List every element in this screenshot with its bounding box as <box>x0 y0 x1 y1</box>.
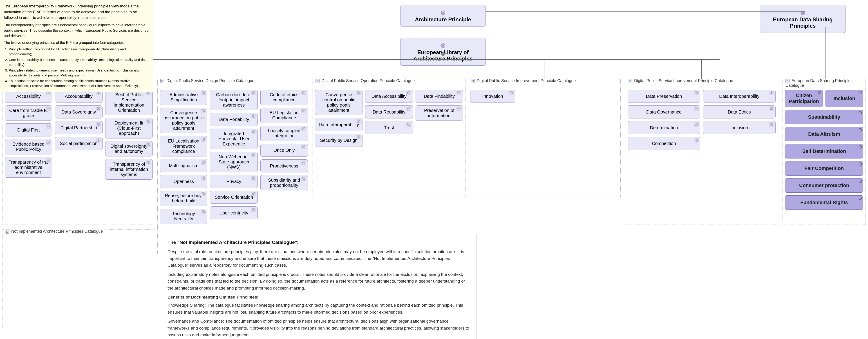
card-technology-neutrality[interactable]: ⓘ Technology Neutrality <box>160 209 207 224</box>
care-icon: ⓘ <box>45 106 51 111</box>
card-care-cradle[interactable]: ⓘ Care from cradle to grave <box>5 105 52 121</box>
card-fundamental-rights[interactable]: ⓘ Fundamental Rights <box>785 195 863 210</box>
card-digital-first[interactable]: ⓘ Digital First <box>5 123 52 136</box>
card-integrated-ux[interactable]: ⓘ Integrated Horizontal User Experience <box>210 129 257 149</box>
card-data-interop-eif[interactable]: ⓘ Data Interoperability <box>703 90 776 103</box>
card-user-centricity[interactable]: ⓘ User-centricity <box>210 206 257 219</box>
info-box: The European Interoperability Framework … <box>0 0 153 92</box>
card-competition[interactable]: ⓘ Competition <box>628 137 700 150</box>
bottom-para1: Despite the vital role architecture prin… <box>167 248 471 269</box>
digital-sovereignty-icon: ⓘ <box>146 142 151 147</box>
card-digital-partnership[interactable]: ⓘ Digital Partnership <box>55 121 102 134</box>
card-admin-simplification[interactable]: ⓘ Administrative Simplification <box>160 90 207 105</box>
card-determination[interactable]: ⓘ Determination <box>628 121 700 134</box>
card-digital-sovereignty[interactable]: ⓘ Digital sovereignty and autonomy <box>105 141 153 156</box>
eu-data-top-label: European Data Sharing Principles <box>765 17 841 29</box>
info-desc2: The twelve underlying principles of the … <box>4 40 149 45</box>
section-improvement-icon[interactable]: ⊟ <box>471 79 475 83</box>
card-data-portability[interactable]: ⓘ Data Portability <box>210 113 257 126</box>
eu-data-top-icon: ⓘ <box>801 10 805 15</box>
section-eif-title: ⊟ Digital Public Service Improvement Pri… <box>627 79 734 83</box>
section-strategy: ⊟ Digital Public Service Strategy (Publi… <box>2 79 155 225</box>
card-security-by-design[interactable]: ⓘ Security by Design <box>315 134 363 147</box>
card-data-sovereignty[interactable]: ⓘ Data Sovereignty <box>55 105 102 119</box>
eu-library-box[interactable]: ⓘ European Library of Architecture Princ… <box>400 38 486 66</box>
section-design-title: ⊟ Digital Public Service Design Principl… <box>159 79 255 83</box>
card-data-governance[interactable]: ⓘ Data Governance <box>628 105 700 119</box>
card-trust[interactable]: ⓘ Trust <box>365 121 413 134</box>
card-code-ethics[interactable]: ⓘ Code of ethics compliance <box>260 90 308 105</box>
section-operation: ⊟ Digital Public Service Operation Princ… <box>313 79 465 198</box>
eu-library-icon: ⓘ <box>441 43 445 48</box>
card-citizen-participation[interactable]: ⓘ Citizen Participation <box>785 90 823 107</box>
info-item-3: Principles related to generic user needs… <box>9 68 149 78</box>
section-eu-data-catalogue-icon[interactable]: ⊟ <box>785 79 789 83</box>
section-design: ⊟ Digital Public Service Design Principl… <box>157 79 310 254</box>
info-desc1: The interoperability principles are fund… <box>4 23 149 39</box>
card-data-findability[interactable]: ⓘ Data Findability <box>415 90 463 103</box>
arch-principle-label: Architecture Principle <box>405 17 481 23</box>
info-list: Principle setting the context for EU act… <box>9 47 149 89</box>
card-self-determination[interactable]: ⓘ Self Determination <box>785 144 863 158</box>
arch-principle-icon: ⓘ <box>441 10 445 15</box>
section-improvement-title: ⊟ Digital Public Service Improvement Pri… <box>470 79 577 83</box>
data-sovereignty-icon: ⓘ <box>96 106 101 111</box>
section-design-icon[interactable]: ⊟ <box>160 79 164 83</box>
section-operation-icon[interactable]: ⊟ <box>315 79 319 83</box>
card-reuse[interactable]: ⓘ Reuse, before buy, before build <box>160 191 207 206</box>
card-convergence-control[interactable]: ⓘ Convergence control on public policy g… <box>315 90 363 115</box>
section-not-implemented-icon[interactable]: ⊟ <box>5 229 9 234</box>
card-once-only[interactable]: ⓘ Once Only <box>260 144 308 157</box>
card-inclusion-eu[interactable]: ⓘ Inclusion <box>826 90 863 107</box>
info-item-2: Core interoperability (Openness, Transpa… <box>9 57 149 67</box>
card-carbon[interactable]: ⓘ Carbon-dioxide e-footprint impact awar… <box>210 90 257 110</box>
card-consumer-protection[interactable]: ⓘ Consumer protection <box>785 178 863 193</box>
card-eu-localisation[interactable]: ⓘ EU Localisation Framework compliance <box>160 136 207 156</box>
architecture-principle-box[interactable]: ⓘ Architecture Principle <box>400 5 486 27</box>
card-service-orientation[interactable]: ⓘ Service Orientation <box>210 191 257 204</box>
benefit-1: Knowledge Sharing: The catalogue facilit… <box>167 302 471 316</box>
card-inclusion-eif[interactable]: ⓘ Inclusion <box>703 121 776 134</box>
benefit-2: Governance and Compliance: The documenta… <box>167 318 471 338</box>
digital-partnership-icon: ⓘ <box>96 122 101 127</box>
transparency-admin-icon: ⓘ <box>45 158 51 163</box>
card-social-participation[interactable]: ⓘ Social participation <box>55 137 102 150</box>
card-multilingualism[interactable]: ⓘ Multilingualism <box>160 159 207 172</box>
social-participation-icon: ⓘ <box>96 138 101 143</box>
card-data-accessibility[interactable]: ⓘ Data Accessibility <box>365 90 413 103</box>
card-evidence-policy[interactable]: ⓘ Evidence based Public Policy <box>5 139 52 154</box>
evidence-icon: ⓘ <box>45 140 51 145</box>
card-neo-weberian[interactable]: ⓘ Neo-Weberian-State approach (NWS) <box>210 152 257 172</box>
benefits-title: Benefits of Documenting Omitted Principl… <box>167 294 471 301</box>
card-convergence-assurance[interactable]: ⓘ Convergence assurance on public policy… <box>160 108 207 133</box>
card-openness[interactable]: ⓘ Openness <box>160 175 207 188</box>
eu-data-sharing-top-box[interactable]: ⓘ European Data Sharing Principles <box>760 5 845 33</box>
card-data-ethics[interactable]: ⓘ Data Ethics <box>703 105 776 119</box>
card-transparency-admin[interactable]: ⓘ Transparency of the administrative env… <box>5 157 52 178</box>
bottom-text-panel: The "Not Implemented Architecture Princi… <box>162 234 477 339</box>
card-preservation[interactable]: ⓘ Preservation of information <box>415 105 463 121</box>
info-item-1: Principle setting the context for EU act… <box>9 47 149 57</box>
card-subsidiarity[interactable]: ⓘ Subsidiarity and proportionality <box>260 175 308 190</box>
card-fair-competition[interactable]: ⓘ Fair Competition <box>785 161 863 176</box>
section-eif: ⊟ Digital Public Service Improvement Pri… <box>625 79 778 225</box>
card-eu-legislation[interactable]: ⓘ EU Legislation Compliance <box>260 108 308 123</box>
deployment-fit-icon: ⓘ <box>146 119 151 124</box>
card-innovation[interactable]: ⓘ Innovation <box>470 90 515 103</box>
card-data-preservation[interactable]: ⓘ Data Preservation <box>628 90 700 103</box>
card-best-fit[interactable]: ⓘ Best fit Public Service Implementation… <box>105 90 153 115</box>
card-sustainability[interactable]: ⓘ Sustainability <box>785 110 863 124</box>
card-data-altruism[interactable]: ⓘ Data Altruism <box>785 127 863 142</box>
card-proactiveness[interactable]: ⓘ Proactiveness <box>260 159 308 173</box>
card-data-reusability[interactable]: ⓘ Data Reusability <box>365 105 413 119</box>
section-operation-title: ⊟ Digital Public Service Operation Princ… <box>315 79 415 83</box>
card-deployment-fit[interactable]: ⓘ Deployment fit (Cloud-First approach) <box>105 118 153 138</box>
bottom-heading: The "Not Implemented Architecture Princi… <box>167 239 471 246</box>
card-loosely-coupled[interactable]: ⓘ Loosely coupled integration <box>260 126 308 141</box>
card-transparency-internal[interactable]: ⓘ Transparency of internal information s… <box>105 159 153 180</box>
section-eu-data-catalogue: ⊟ European Data Sharing Principles Catal… <box>782 79 866 225</box>
card-privacy[interactable]: ⓘ Privacy <box>210 175 257 188</box>
section-eif-icon[interactable]: ⊟ <box>628 79 632 83</box>
card-data-interoperability[interactable]: ⓘ Data Interoperability <box>315 118 363 131</box>
info-desc0: The European Interoperability Framework … <box>4 3 149 21</box>
